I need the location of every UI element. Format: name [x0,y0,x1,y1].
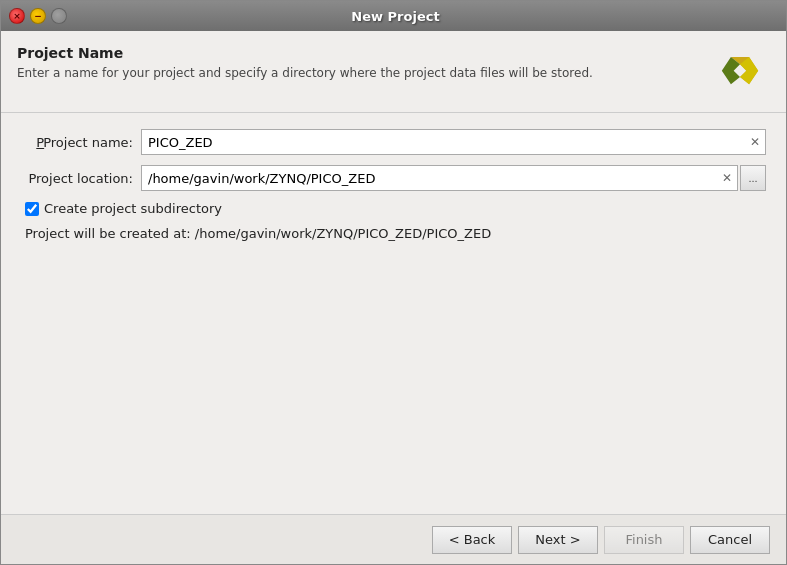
subdirectory-label-text: Create project subdirectory [44,201,222,216]
minimize-button[interactable]: − [30,8,46,24]
title-bar-buttons: × − [9,8,67,24]
title-bar: × − New Project [1,1,786,31]
project-path-info: Project will be created at: /home/gavin/… [25,226,766,241]
project-name-clear-button[interactable]: ✕ [745,132,765,152]
main-form-panel: PProject name: ✕ Project location: ✕ ... [1,113,786,514]
header-text-area: Project Name Enter a name for your proje… [17,45,710,82]
window-title: New Project [73,9,718,24]
next-button[interactable]: Next > [518,526,598,554]
subdirectory-checkbox-label[interactable]: Create project subdirectory [25,201,222,216]
section-title: Project Name [17,45,710,61]
project-location-input[interactable] [142,168,717,189]
project-name-label: PProject name: [21,135,141,150]
cancel-button[interactable]: Cancel [690,526,770,554]
project-location-input-wrapper: ✕ [141,165,738,191]
maximize-button[interactable] [51,8,67,24]
main-window: × − New Project Project Name Enter a nam… [0,0,787,565]
subdirectory-checkbox[interactable] [25,202,39,216]
project-name-input[interactable] [142,132,745,153]
logo-area [710,45,770,100]
project-name-row: PProject name: ✕ [21,129,766,155]
finish-button[interactable]: Finish [604,526,684,554]
project-location-row: Project location: ✕ ... [21,165,766,191]
project-name-input-wrapper: ✕ [141,129,766,155]
section-subtitle: Enter a name for your project and specif… [17,65,710,82]
project-location-label: Project location: [21,171,141,186]
header-panel: Project Name Enter a name for your proje… [1,31,786,113]
close-button[interactable]: × [9,8,25,24]
back-button[interactable]: < Back [432,526,512,554]
browse-button[interactable]: ... [740,165,766,191]
dialog-footer: < Back Next > Finish Cancel [1,514,786,564]
dialog-content: Project Name Enter a name for your proje… [1,31,786,564]
xilinx-logo [715,48,765,98]
subdirectory-checkbox-row: Create project subdirectory [25,201,766,216]
project-location-clear-button[interactable]: ✕ [717,168,737,188]
